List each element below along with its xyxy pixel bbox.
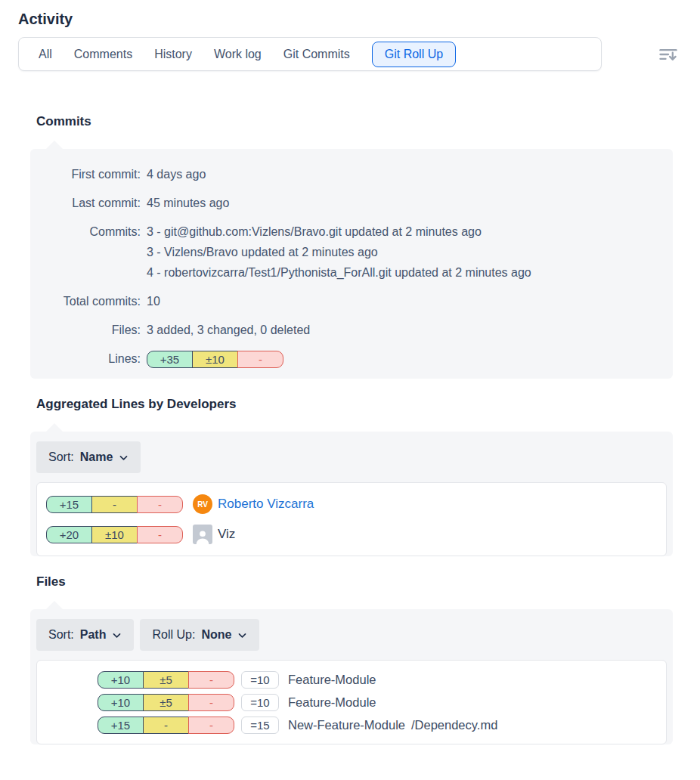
- commits-values: 3 - git@github.com:Vizlens/Bravo.git upd…: [141, 221, 531, 283]
- file-deleted-badge: -: [188, 694, 234, 711]
- file-deleted-badge: -: [188, 717, 234, 734]
- tab-git-commits[interactable]: Git Commits: [283, 48, 350, 61]
- tab-all[interactable]: All: [39, 48, 52, 61]
- dev-changed-badge: -: [91, 496, 138, 513]
- developer-lines-badge: +15 - -: [46, 496, 183, 513]
- commit-repo-line: 3 - git@github.com:Vizlens/Bravo.git upd…: [147, 221, 531, 242]
- total-commits-value: 10: [141, 291, 160, 311]
- developer-row: +20 ±10 - Viz: [46, 525, 657, 544]
- commit-repo-line: 3 - Vizlens/Bravo updated at 2 minutes a…: [147, 242, 531, 262]
- lines-badge: +35 ±10 -: [147, 351, 283, 368]
- commits-heading: Commits: [36, 114, 682, 129]
- sort-button-value: Name: [80, 450, 113, 464]
- sort-button-value: Path: [80, 628, 107, 642]
- file-added-badge: +10: [98, 694, 144, 711]
- avatar: RV: [193, 494, 212, 514]
- developer-row: +15 - - RV Roberto Vizcarra: [46, 494, 657, 514]
- developers-sort-button[interactable]: Sort: Name: [36, 441, 141, 473]
- developers-panel: Sort: Name +15 - - RV Roberto Vizcarra +…: [30, 432, 673, 556]
- activity-tabbar: All Comments History Work log Git Commit…: [18, 37, 602, 71]
- developers-card: +15 - - RV Roberto Vizcarra +20 ±10 - Vi…: [36, 482, 667, 556]
- file-lines-badge: +10 ±5 -: [98, 671, 234, 689]
- tab-work-log[interactable]: Work log: [214, 48, 262, 61]
- file-changed-badge: ±5: [143, 694, 189, 711]
- rollup-button-prefix: Roll Up:: [152, 628, 195, 642]
- file-deleted-badge: -: [188, 671, 234, 689]
- dev-added-badge: +15: [46, 496, 92, 513]
- first-commit-row: First commit: 4 days ago: [42, 164, 661, 184]
- dev-deleted-badge: -: [137, 496, 183, 513]
- tab-row: All Comments History Work log Git Commit…: [18, 37, 682, 71]
- file-total-badge: =15: [241, 717, 279, 734]
- file-row: +10 ±5 - =10 Feature-Module: [98, 694, 657, 711]
- file-name: Feature-Module: [288, 673, 376, 687]
- commits-list-row: Commits: 3 - git@github.com:Vizlens/Brav…: [42, 221, 661, 283]
- file-added-badge: +10: [98, 671, 144, 689]
- sort-button-prefix: Sort:: [48, 628, 74, 642]
- default-person-avatar-icon: [193, 525, 212, 544]
- files-summary-row: Files: 3 added, 3 changed, 0 deleted: [42, 320, 661, 340]
- tab-comments[interactable]: Comments: [74, 48, 132, 61]
- first-commit-label: First commit:: [42, 164, 141, 184]
- commits-label: Commits:: [42, 221, 141, 242]
- rollup-button-value: None: [201, 628, 231, 642]
- activity-page: Activity All Comments History Work log G…: [0, 0, 700, 744]
- chevron-down-icon: [119, 453, 129, 463]
- tab-git-roll-up[interactable]: Git Roll Up: [372, 42, 456, 67]
- file-added-badge: +15: [98, 717, 144, 734]
- lines-summary-badge: +35 ±10 -: [141, 348, 283, 369]
- developer-lines-badge: +20 ±10 -: [46, 526, 183, 543]
- file-row: +10 ±5 - =10 Feature-Module: [98, 671, 657, 689]
- chevron-down-icon: [112, 630, 122, 640]
- last-commit-row: Last commit: 45 minutes ago: [42, 193, 661, 213]
- commit-repo-line: 4 - robertovizcarra/Test1/Pythonista_For…: [147, 262, 531, 283]
- lines-added-badge: +35: [147, 351, 193, 368]
- lines-summary-label: Lines:: [42, 348, 141, 369]
- page-title: Activity: [18, 11, 682, 28]
- developer-name: Viz: [218, 527, 235, 542]
- file-lines-badge: +15 - -: [98, 717, 234, 734]
- lines-deleted-badge: -: [237, 351, 283, 368]
- files-heading: Files: [36, 574, 682, 590]
- file-total-badge: =10: [241, 671, 279, 689]
- commits-panel: First commit: 4 days ago Last commit: 45…: [30, 149, 673, 379]
- file-row: +15 - - =15 New-Feature-Module /Dependec…: [98, 717, 657, 734]
- file-name: New-Feature-Module: [288, 718, 405, 732]
- files-toolbar: Sort: Path Roll Up: None: [30, 609, 673, 660]
- tab-history[interactable]: History: [154, 48, 192, 61]
- files-sort-button[interactable]: Sort: Path: [36, 619, 134, 651]
- lines-changed-badge: ±10: [192, 351, 238, 368]
- files-card: +10 ±5 - =10 Feature-Module +10 ±5 - =10…: [36, 660, 667, 744]
- chevron-down-icon: [237, 630, 247, 640]
- files-panel: Sort: Path Roll Up: None +10 ±5 - =10 Fe…: [30, 609, 673, 744]
- developer-name-link[interactable]: Roberto Vizcarra: [218, 497, 314, 512]
- dev-added-badge: +20: [46, 526, 92, 543]
- files-summary-label: Files:: [42, 320, 141, 340]
- developers-heading: Aggregated Lines by Developers: [36, 397, 682, 412]
- dev-deleted-badge: -: [137, 526, 183, 543]
- developers-toolbar: Sort: Name: [30, 432, 673, 482]
- last-commit-value: 45 minutes ago: [141, 193, 229, 213]
- total-commits-row: Total commits: 10: [42, 291, 661, 311]
- sort-button-prefix: Sort:: [48, 450, 74, 464]
- total-commits-label: Total commits:: [42, 291, 141, 311]
- file-changed-badge: ±5: [143, 671, 189, 689]
- file-lines-badge: +10 ±5 -: [98, 694, 234, 711]
- first-commit-value: 4 days ago: [141, 164, 206, 184]
- lines-summary-row: Lines: +35 ±10 -: [42, 348, 661, 369]
- sort-descending-icon[interactable]: [658, 44, 679, 65]
- file-changed-badge: -: [143, 717, 189, 734]
- files-rollup-button[interactable]: Roll Up: None: [140, 619, 259, 651]
- files-summary-value: 3 added, 3 changed, 0 deleted: [141, 320, 310, 340]
- dev-changed-badge: ±10: [91, 526, 138, 543]
- file-total-badge: =10: [241, 694, 279, 711]
- file-name: Feature-Module: [288, 695, 376, 710]
- file-path: /Dependecy.md: [411, 718, 497, 732]
- last-commit-label: Last commit:: [42, 193, 141, 213]
